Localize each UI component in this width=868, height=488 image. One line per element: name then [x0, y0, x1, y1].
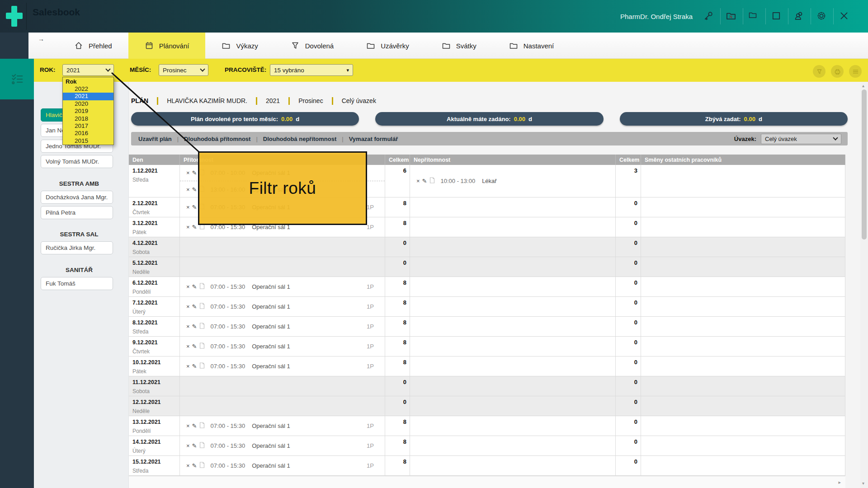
- copy-icon[interactable]: [199, 323, 205, 330]
- tab-nastavení[interactable]: Nastavení: [493, 33, 571, 59]
- staff-item[interactable]: Fuk Tomáš: [41, 277, 113, 290]
- entry-place: Operační sál 1: [252, 422, 290, 429]
- year-option[interactable]: 2016: [63, 130, 113, 137]
- folder-icon[interactable]: [748, 10, 760, 23]
- pracoviste-select[interactable]: 15 vybráno ▾: [270, 64, 353, 76]
- staff-list-toggle[interactable]: [0, 59, 34, 99]
- annotation-label: Filtr roků: [249, 179, 316, 198]
- scrollbar-thumb[interactable]: [862, 89, 867, 239]
- scroll-up-icon[interactable]: ▴: [862, 83, 864, 88]
- toolbar-action[interactable]: Dlouhodobá nepřítomnost: [263, 136, 336, 142]
- delete-icon[interactable]: ×: [186, 422, 190, 429]
- delete-icon[interactable]: ×: [186, 204, 190, 211]
- rok-select[interactable]: 2021: [62, 64, 114, 76]
- absence-cell: [410, 396, 616, 416]
- total-value: 0: [403, 399, 406, 416]
- year-option[interactable]: 2017: [63, 122, 113, 130]
- tab-uzávěrky[interactable]: Uzávěrky: [350, 33, 425, 59]
- edit-icon[interactable]: ✎: [192, 363, 197, 370]
- square-icon[interactable]: [771, 10, 783, 23]
- edit-icon[interactable]: ✎: [192, 303, 197, 310]
- staff-item[interactable]: Ručička Jirka Mgr.: [41, 241, 113, 254]
- copy-icon[interactable]: [199, 462, 205, 469]
- staff-item[interactable]: Pilná Petra: [41, 206, 113, 219]
- gear-icon[interactable]: [816, 10, 828, 23]
- year-option[interactable]: 2020: [63, 100, 113, 108]
- uvazek-select[interactable]: Celý úvazek: [761, 134, 841, 144]
- entry-time: 07:00 - 15:30: [211, 303, 245, 310]
- triangle-down-icon: ▾: [346, 67, 349, 73]
- copy-icon[interactable]: [199, 422, 205, 430]
- scroll-right-icon[interactable]: ▸: [838, 479, 841, 485]
- edit-icon[interactable]: ✎: [192, 224, 197, 230]
- edit-icon[interactable]: ✎: [192, 323, 197, 330]
- delete-icon[interactable]: ×: [186, 169, 190, 176]
- delete-icon[interactable]: ×: [186, 462, 190, 469]
- total-value: 0: [634, 319, 637, 336]
- breadcrumb-item[interactable]: HLAVIČKA KAZIMÍR MUDR.: [167, 97, 247, 104]
- staff-item[interactable]: Docházková Jana Mgr.: [41, 191, 113, 204]
- horizontal-scrollbar[interactable]: ▸: [129, 476, 845, 488]
- delete-icon[interactable]: ×: [186, 323, 190, 330]
- edit-icon[interactable]: ✎: [192, 442, 197, 449]
- edit-icon[interactable]: ✎: [192, 186, 197, 193]
- tab-dovolená[interactable]: Dovolená: [274, 33, 350, 59]
- toolbar-action[interactable]: Vymazat formulář: [349, 136, 398, 142]
- print-icon[interactable]: [831, 65, 844, 78]
- filter-bar: [28, 59, 868, 82]
- staff-item[interactable]: Volný Tomáš MUDr.: [41, 155, 113, 168]
- entry-place: Operační sál 1: [252, 363, 290, 370]
- year-option[interactable]: 2021: [63, 93, 113, 100]
- delete-icon[interactable]: ×: [416, 178, 420, 184]
- copy-icon[interactable]: [199, 283, 205, 291]
- year-option[interactable]: 2022: [63, 85, 113, 93]
- delete-icon[interactable]: ×: [186, 363, 190, 370]
- edit-icon[interactable]: ✎: [192, 204, 197, 211]
- summary-pill: Plán dovolené pro tento měsíc:0.00d: [131, 112, 359, 126]
- total-value: 8: [403, 458, 406, 475]
- copy-icon[interactable]: [199, 343, 205, 350]
- toolbar-action[interactable]: Dlouhodobá přítomnost: [184, 136, 250, 142]
- mesic-select[interactable]: Prosinec: [159, 64, 208, 76]
- users-icon[interactable]: [793, 10, 806, 23]
- year-option[interactable]: 2019: [63, 108, 113, 115]
- year-option[interactable]: 2018: [63, 115, 113, 122]
- delete-icon[interactable]: ×: [186, 343, 190, 350]
- breadcrumb-item[interactable]: 2021: [266, 97, 280, 104]
- tab-plánování[interactable]: Plánování: [128, 33, 206, 59]
- delete-icon[interactable]: ×: [186, 186, 190, 193]
- copy-icon[interactable]: [199, 442, 205, 450]
- copy-icon[interactable]: [199, 362, 205, 370]
- staff-group-header: SANITÁŘ: [34, 267, 124, 273]
- breadcrumb-item[interactable]: Prosinec: [298, 97, 323, 104]
- tab-svátky[interactable]: Svátky: [425, 33, 493, 59]
- breadcrumb-item[interactable]: Celý úvazek: [342, 97, 376, 104]
- filter-icon[interactable]: [813, 65, 826, 78]
- copy-icon[interactable]: [199, 303, 205, 310]
- year-option[interactable]: 2015: [63, 137, 113, 145]
- edit-icon[interactable]: ✎: [192, 422, 197, 429]
- edit-icon[interactable]: ✎: [192, 343, 197, 350]
- delete-icon[interactable]: ×: [186, 283, 190, 290]
- tab-výkazy[interactable]: Výkazy: [205, 33, 274, 59]
- delete-icon[interactable]: ×: [186, 224, 190, 230]
- pill-unit: d: [296, 116, 299, 122]
- entry-tag: 1P: [367, 224, 374, 230]
- delete-icon[interactable]: ×: [186, 303, 190, 310]
- collapse-arrow-icon[interactable]: →: [38, 35, 44, 42]
- scroll-down-icon[interactable]: ▾: [862, 481, 864, 486]
- edit-icon[interactable]: ✎: [192, 462, 197, 469]
- delete-icon[interactable]: ×: [186, 442, 190, 449]
- close-icon[interactable]: [839, 10, 851, 23]
- presence-total: 8: [385, 337, 410, 356]
- key-icon[interactable]: [703, 10, 715, 23]
- toolbar-action[interactable]: Uzavřít plán: [138, 136, 172, 142]
- menu-icon[interactable]: [849, 65, 862, 78]
- edit-icon[interactable]: ✎: [422, 178, 427, 184]
- edit-icon[interactable]: ✎: [192, 283, 197, 290]
- folder-n-icon[interactable]: N: [726, 10, 738, 23]
- tab-přehled[interactable]: Přehled: [58, 33, 128, 59]
- total-value: 8: [403, 319, 406, 336]
- copy-icon[interactable]: [429, 177, 435, 185]
- edit-icon[interactable]: ✎: [192, 169, 197, 176]
